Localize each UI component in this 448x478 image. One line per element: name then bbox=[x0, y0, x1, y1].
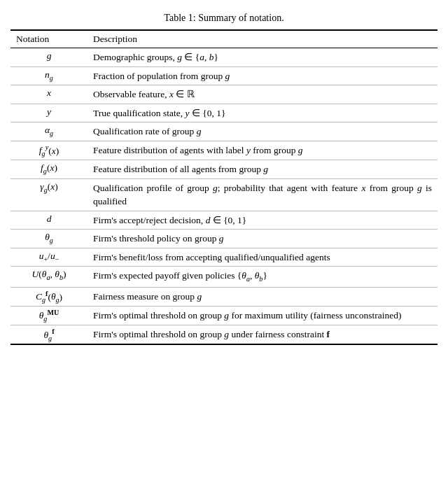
notation-cell: Cgf(θg) bbox=[10, 287, 88, 306]
table-row: ngFraction of population from group g bbox=[10, 66, 438, 85]
description-cell: Observable feature, x ∈ ℝ bbox=[88, 85, 438, 104]
table-row: θgFirm's threshold policy on group g bbox=[10, 230, 438, 248]
table-row: gDemographic groups, g ∈ {a, b} bbox=[10, 48, 438, 67]
table-row: θgMUFirm's optimal threshold on group g … bbox=[10, 306, 438, 325]
description-cell: Fraction of population from group g bbox=[88, 66, 438, 85]
table-row: γg(x)Qualification profile of group g; p… bbox=[10, 178, 438, 211]
notation-cell: γg(x) bbox=[10, 178, 88, 211]
notation-cell: g bbox=[10, 48, 88, 67]
notation-cell: fg(x) bbox=[10, 160, 88, 179]
notation-cell: θg bbox=[10, 230, 88, 248]
notation-cell: θgf bbox=[10, 325, 88, 345]
description-cell: Firm's expected payoff given policies {θ… bbox=[88, 267, 438, 287]
description-cell: Fairness measure on group g bbox=[88, 287, 438, 306]
description-cell: Firm's threshold policy on group g bbox=[88, 230, 438, 248]
notation-table: Notation Description gDemographic groups… bbox=[10, 29, 438, 345]
description-cell: Firm's accept/reject decision, d ∈ {0, 1… bbox=[88, 211, 438, 230]
table-row: yTrue qualification state, y ∈ {0, 1} bbox=[10, 104, 438, 122]
table-row: xObservable feature, x ∈ ℝ bbox=[10, 85, 438, 104]
notation-cell: U(θa, θb) bbox=[10, 267, 88, 287]
description-cell: Firm's benefit/loss from accepting quali… bbox=[88, 248, 438, 267]
description-cell: Feature distribution of agents with labe… bbox=[88, 141, 438, 160]
notation-cell: d bbox=[10, 211, 88, 230]
col-header-description: Description bbox=[88, 30, 438, 48]
table-row: θgfFirm's optimal threshold on group g u… bbox=[10, 325, 438, 345]
table-row: u+/u−Firm's benefit/loss from accepting … bbox=[10, 248, 438, 267]
table-row: αgQualification rate of group g bbox=[10, 122, 438, 141]
description-cell: True qualification state, y ∈ {0, 1} bbox=[88, 104, 438, 122]
notation-cell: y bbox=[10, 104, 88, 122]
description-cell: Firm's optimal threshold on group g for … bbox=[88, 306, 438, 325]
table-row: Cgf(θg)Fairness measure on group g bbox=[10, 287, 438, 306]
notation-cell: ng bbox=[10, 66, 88, 85]
table-row: U(θa, θb)Firm's expected payoff given po… bbox=[10, 267, 438, 287]
table-row: dFirm's accept/reject decision, d ∈ {0, … bbox=[10, 211, 438, 230]
table-row: fg(x)Feature distribution of all agents … bbox=[10, 160, 438, 179]
notation-cell: u+/u− bbox=[10, 248, 88, 267]
col-header-notation: Notation bbox=[10, 30, 88, 48]
notation-cell: fgy(x) bbox=[10, 141, 88, 160]
description-cell: Feature distribution of all agents from … bbox=[88, 160, 438, 179]
description-cell: Demographic groups, g ∈ {a, b} bbox=[88, 48, 438, 67]
description-cell: Firm's optimal threshold on group g unde… bbox=[88, 325, 438, 345]
description-cell: Qualification rate of group g bbox=[88, 122, 438, 141]
table-row: fgy(x)Feature distribution of agents wit… bbox=[10, 141, 438, 160]
description-cell: Qualification profile of group g; probab… bbox=[88, 178, 438, 211]
notation-cell: x bbox=[10, 85, 88, 104]
table-header-row: Notation Description bbox=[10, 30, 438, 48]
table-title: Table 1: Summary of notation. bbox=[164, 13, 284, 24]
notation-cell: αg bbox=[10, 122, 88, 141]
notation-cell: θgMU bbox=[10, 306, 88, 325]
